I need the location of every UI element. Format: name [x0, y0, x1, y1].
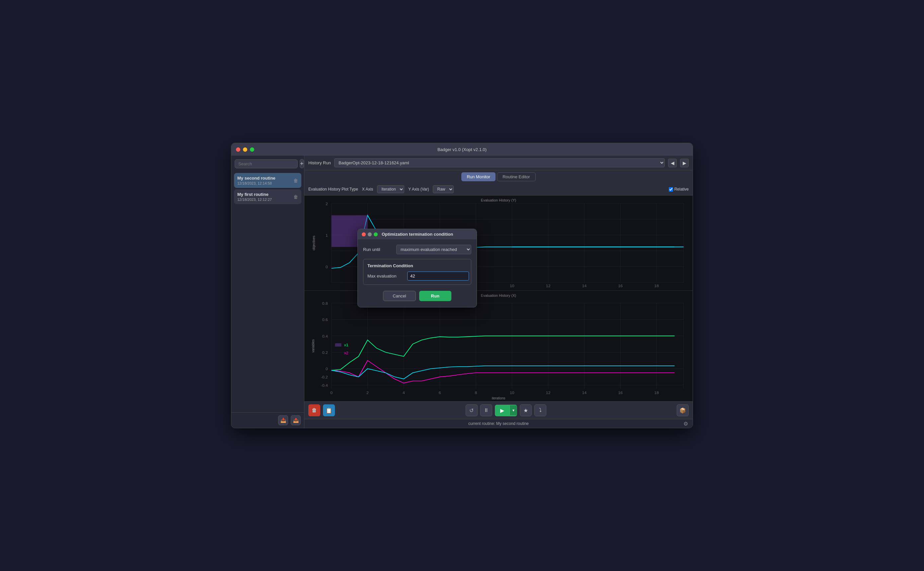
maximize-button[interactable]: [250, 147, 254, 152]
history-next-button[interactable]: ▶: [680, 159, 689, 167]
status-bar: current routine: My second routine ⚙: [304, 419, 693, 428]
modal-title: Optimization termination condition: [382, 232, 453, 237]
history-prev-button[interactable]: ◀: [668, 159, 677, 167]
svg-text:4: 4: [403, 390, 405, 394]
svg-text:0.8: 0.8: [322, 301, 328, 305]
svg-text:2: 2: [326, 202, 328, 205]
svg-text:14: 14: [582, 390, 587, 394]
modal-body: Run until maximum evaluation reached Ter…: [358, 239, 477, 307]
sidebar-search-area: +: [231, 156, 304, 171]
delete-routine-first[interactable]: 🗑: [293, 194, 298, 199]
routine-name-second: My second routine: [237, 176, 276, 181]
svg-text:0: 0: [330, 390, 333, 394]
svg-text:-0.2: -0.2: [321, 375, 328, 379]
svg-text:18: 18: [654, 284, 659, 288]
svg-text:x1: x1: [344, 343, 348, 347]
relative-label: Relative: [675, 187, 689, 191]
tabs-bar: Run Monitor Routine Editor: [304, 170, 693, 183]
svg-text:12: 12: [546, 284, 551, 288]
routine-date-second: 12/18/2023, 12:14:58: [237, 181, 276, 185]
tab-run-monitor[interactable]: Run Monitor: [461, 172, 496, 181]
delete-routine-second[interactable]: 🗑: [293, 178, 298, 183]
charts-area: Evaluation History (Y) objectives: [304, 196, 693, 401]
routine-date-first: 12/18/2023, 12:12:27: [237, 198, 272, 202]
export-button[interactable]: 📤: [291, 415, 301, 425]
run-button-group: ▶ ▾: [495, 405, 517, 416]
gear-icon[interactable]: ⚙: [683, 421, 688, 427]
modal-maximize[interactable]: [374, 232, 378, 236]
pause-button[interactable]: ⏸: [480, 404, 492, 416]
modal-minimize[interactable]: [368, 232, 372, 236]
search-input[interactable]: [235, 159, 298, 168]
run-until-label: Run until: [363, 247, 393, 252]
svg-rect-67: [335, 343, 342, 347]
svg-text:-0.4: -0.4: [321, 383, 328, 387]
routine-item-first[interactable]: My first routine 12/18/2023, 12:12:27 🗑: [234, 189, 301, 204]
sidebar-bottom: 📥 📤: [231, 412, 304, 428]
svg-text:0.2: 0.2: [322, 350, 328, 354]
right-panel: History Run BadgerOpt-2023-12-18-121624.…: [304, 156, 693, 428]
add-routine-button[interactable]: +: [300, 159, 304, 168]
max-eval-input[interactable]: [407, 272, 469, 281]
max-eval-label: Max evaluation: [367, 273, 404, 279]
relative-checkbox-area: Relative: [669, 187, 689, 191]
termination-modal: Optimization termination condition Run u…: [357, 229, 477, 307]
status-text: current routine: My second routine: [468, 421, 529, 426]
import-button[interactable]: 📥: [278, 415, 288, 425]
close-button[interactable]: [236, 147, 240, 152]
minimize-button[interactable]: [243, 147, 247, 152]
play-button[interactable]: ▶: [495, 405, 510, 416]
modal-title-bar: Optimization termination condition: [358, 229, 477, 239]
x-axis-select[interactable]: Iteration: [377, 185, 404, 193]
tab-routine-editor[interactable]: Routine Editor: [497, 172, 535, 181]
svg-text:16: 16: [618, 284, 623, 288]
svg-text:0.4: 0.4: [322, 334, 328, 338]
svg-text:14: 14: [582, 284, 587, 288]
play-dropdown-button[interactable]: ▾: [510, 405, 517, 415]
modal-close[interactable]: [362, 232, 366, 236]
star-button[interactable]: ★: [520, 404, 532, 416]
svg-text:0.6: 0.6: [322, 318, 328, 322]
svg-text:10: 10: [510, 284, 514, 288]
history-run-select[interactable]: BadgerOpt-2023-12-18-121624.yaml: [334, 158, 665, 167]
history-run-bar: History Run BadgerOpt-2023-12-18-121624.…: [304, 156, 693, 170]
plot-controls: Evaluation History Plot Type X Axis Iter…: [304, 183, 693, 196]
modal-buttons: Cancel Run: [363, 290, 471, 302]
title-bar: Badger v1.0 (Xopt v2.1.0): [231, 143, 693, 156]
delete-button[interactable]: 🗑: [308, 404, 320, 416]
svg-text:16: 16: [618, 390, 623, 394]
traffic-lights: [236, 147, 254, 152]
svg-text:6: 6: [439, 390, 441, 394]
modal-traffic-lights: [362, 232, 378, 236]
termination-section: Termination Condition Max evaluation: [363, 259, 471, 285]
run-until-row: Run until maximum evaluation reached: [363, 245, 471, 254]
run-until-select[interactable]: maximum evaluation reached: [396, 245, 471, 254]
y-axis-select[interactable]: Raw: [433, 185, 454, 193]
sidebar-items: My second routine 12/18/2023, 12:14:58 🗑…: [231, 171, 304, 412]
svg-text:x2: x2: [344, 351, 348, 355]
window-title: Badger v1.0 (Xopt v2.1.0): [437, 147, 487, 152]
bottom-toolbar: 🗑 📋 ↺ ⏸ ▶ ▾ ★ ⤵ 📦: [304, 401, 693, 419]
svg-text:12: 12: [546, 390, 551, 394]
routine-item-second[interactable]: My second routine 12/18/2023, 12:14:58 🗑: [234, 173, 301, 188]
undo-button[interactable]: ↺: [466, 404, 477, 416]
plot-type-label: Evaluation History Plot Type: [308, 187, 358, 191]
sidebar: + My second routine 12/18/2023, 12:14:58…: [231, 156, 304, 428]
history-run-label: History Run: [308, 160, 331, 165]
svg-text:10: 10: [510, 390, 514, 394]
export-btn[interactable]: 📦: [677, 404, 689, 416]
svg-text:18: 18: [654, 390, 659, 394]
svg-text:8: 8: [475, 390, 477, 394]
relative-checkbox[interactable]: [669, 187, 673, 191]
svg-text:2: 2: [367, 390, 369, 394]
run-button[interactable]: Run: [419, 291, 451, 301]
copy-button[interactable]: 📋: [323, 404, 335, 416]
svg-text:1: 1: [326, 233, 328, 237]
svg-text:0: 0: [326, 265, 328, 269]
jump-button[interactable]: ⤵: [534, 404, 546, 416]
app-window: Badger v1.0 (Xopt v2.1.0) + My second ro…: [231, 143, 693, 428]
svg-text:0: 0: [326, 367, 328, 371]
termination-title: Termination Condition: [367, 263, 467, 268]
routine-name-first: My first routine: [237, 192, 272, 197]
cancel-button[interactable]: Cancel: [383, 291, 416, 301]
